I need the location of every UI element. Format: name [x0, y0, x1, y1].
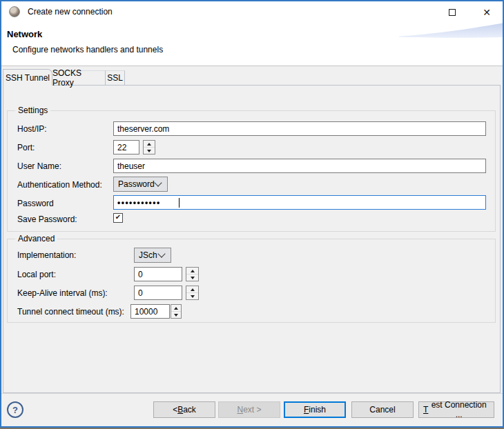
arrow-up-icon: [174, 307, 178, 310]
maximize-icon: [449, 9, 456, 16]
page-title: Network: [7, 29, 42, 39]
wizard-header: Network Configure networks handlers and …: [1, 22, 503, 66]
arrow-down-icon: [174, 314, 178, 317]
implementation-label: Implementation:: [17, 250, 76, 260]
host-input[interactable]: [113, 121, 486, 136]
next-button: Next >: [218, 401, 280, 418]
button-label: <: [173, 405, 177, 415]
keep-alive-spinner: [186, 286, 199, 300]
local-port-spinner: [186, 267, 199, 281]
port-label: Port:: [17, 143, 35, 152]
cancel-button[interactable]: Cancel: [351, 401, 414, 418]
tab-ssh-tunnel[interactable]: SSH Tunnel: [3, 69, 52, 86]
settings-group: Settings Host/IP: Port: User Name: Authe…: [7, 110, 496, 232]
password-input[interactable]: [113, 195, 486, 210]
spinner-down-button[interactable]: [144, 148, 155, 154]
button-label: est Connection ...: [428, 400, 490, 419]
app-icon: [9, 6, 20, 17]
arrow-up-icon: [147, 143, 151, 146]
save-password-checkbox[interactable]: ✔: [113, 213, 123, 223]
spinner-up-button[interactable]: [186, 286, 198, 293]
spinner-down-button[interactable]: [186, 293, 198, 299]
save-password-label: Save Password:: [17, 214, 77, 224]
button-label: ext >: [243, 405, 261, 415]
settings-group-label: Settings: [15, 106, 50, 115]
arrow-up-icon: [191, 270, 195, 272]
username-label: User Name:: [17, 161, 61, 171]
button-label: B: [177, 405, 183, 415]
local-port-label: Local port:: [17, 270, 56, 279]
implementation-value: JSch: [139, 250, 157, 260]
tab-socks-proxy[interactable]: SOCKS Proxy: [52, 70, 106, 85]
maximize-button[interactable]: [440, 4, 464, 21]
arrow-down-icon: [147, 150, 151, 152]
spinner-up-button[interactable]: [144, 141, 155, 148]
local-port-input[interactable]: [134, 267, 182, 281]
finish-button[interactable]: Finish: [284, 401, 346, 418]
tunnel-timeout-input[interactable]: [130, 304, 170, 319]
titlebar[interactable]: Create new connection ✕: [1, 1, 503, 22]
password-label: Password: [17, 199, 54, 208]
text-caret: [179, 198, 180, 208]
help-button[interactable]: ?: [7, 401, 23, 418]
implementation-select[interactable]: JSch: [134, 248, 171, 263]
chevron-down-icon: [157, 250, 165, 257]
close-button[interactable]: ✕: [475, 4, 498, 21]
auth-method-label: Authentication Method:: [17, 180, 102, 190]
button-label: F: [304, 405, 309, 415]
spinner-up-button[interactable]: [171, 305, 181, 312]
button-label: ack: [183, 405, 196, 415]
test-connection-button[interactable]: Test Connection ...: [418, 401, 494, 418]
tunnel-timeout-label: Tunnel connect timeout (ms):: [17, 307, 124, 317]
spinner-down-button[interactable]: [171, 312, 181, 318]
button-label: Cancel: [369, 405, 395, 415]
port-spinner: [143, 140, 155, 154]
host-label: Host/IP:: [17, 124, 47, 134]
keep-alive-input[interactable]: [134, 286, 182, 300]
button-label: N: [237, 405, 243, 415]
footer-separator: [1, 393, 503, 394]
window-title: Create new connection: [28, 7, 113, 17]
arrow-down-icon: [191, 295, 195, 298]
create-connection-dialog: Create new connection ✕ Network Configur…: [0, 0, 504, 429]
arrow-up-icon: [191, 288, 195, 291]
button-label: T: [423, 405, 428, 415]
keep-alive-label: Keep-Alive interval (ms):: [17, 288, 108, 298]
tunnel-timeout-spinner: [171, 304, 182, 319]
back-button[interactable]: < Back: [153, 401, 215, 418]
advanced-group-label: Advanced: [15, 234, 57, 243]
close-icon: ✕: [483, 8, 491, 17]
port-input[interactable]: [113, 140, 139, 154]
advanced-group: Advanced Implementation: JSch Local port…: [7, 239, 496, 323]
chevron-down-icon: [154, 179, 162, 186]
arrow-down-icon: [191, 277, 195, 279]
checkmark-icon: ✔: [115, 214, 121, 221]
page-subtitle: Configure networks handlers and tunnels: [12, 45, 163, 54]
auth-method-select[interactable]: Password: [113, 177, 168, 192]
help-icon: ?: [12, 405, 18, 415]
header-swoosh-decoration: [399, 22, 503, 40]
username-input[interactable]: [113, 159, 486, 173]
tab-ssl[interactable]: SSL: [106, 70, 125, 85]
auth-method-value: Password: [118, 179, 155, 189]
spinner-up-button[interactable]: [186, 268, 198, 275]
button-label: inish: [309, 405, 326, 415]
spinner-down-button[interactable]: [186, 275, 198, 281]
